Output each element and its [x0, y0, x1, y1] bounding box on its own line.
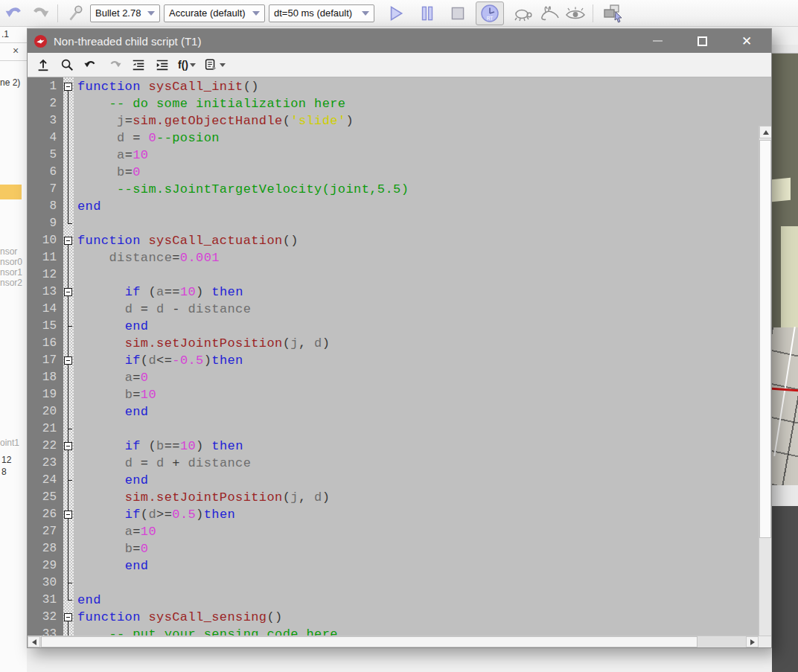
- slow-down-button[interactable]: [512, 2, 534, 25]
- editor-redo-button[interactable]: [105, 55, 124, 74]
- indent-button[interactable]: [153, 55, 172, 74]
- scene-3d-view[interactable]: [772, 27, 798, 672]
- line-number: 3: [28, 112, 63, 129]
- script-menu-button[interactable]: [202, 55, 227, 74]
- hierarchy-item-fragment[interactable]: nsor0: [0, 257, 22, 267]
- timestep-dropdown[interactable]: dt=50 ms (default): [269, 4, 374, 22]
- code-line[interactable]: 22 if (b==10) then: [28, 438, 759, 455]
- code-line[interactable]: 5 a=10: [28, 147, 759, 164]
- undo-button[interactable]: [3, 2, 25, 25]
- line-number: 16: [28, 335, 63, 352]
- code-line[interactable]: 23 d = d + distance: [28, 455, 759, 472]
- fold-marker[interactable]: [63, 609, 74, 626]
- code-text: [74, 420, 77, 438]
- functions-menu-button[interactable]: f(): [176, 55, 197, 74]
- start-simulation-button[interactable]: [384, 2, 406, 25]
- code-line[interactable]: 6 b=0: [28, 164, 759, 181]
- chevron-down-icon: [220, 63, 226, 67]
- code-line[interactable]: 11 distance=0.001: [28, 249, 759, 266]
- scroll-up-button[interactable]: [759, 126, 771, 138]
- code-line[interactable]: 7 --sim.sJointTargetVelocity(joint,5.5): [28, 181, 759, 198]
- fold-marker: [63, 420, 74, 438]
- fold-marker[interactable]: [63, 352, 74, 369]
- arrow-up-icon: [763, 130, 769, 135]
- code-line[interactable]: 10function sysCall_actuation(): [28, 232, 759, 249]
- hierarchy-item-fragment[interactable]: oint1: [0, 438, 19, 448]
- code-line[interactable]: 29 end: [28, 557, 759, 575]
- unindent-button[interactable]: [129, 55, 148, 74]
- fold-marker: [63, 557, 74, 575]
- code-line[interactable]: 15 end: [28, 318, 759, 335]
- line-number: 24: [28, 472, 63, 489]
- real-time-mode-toggle[interactable]: RT: [476, 1, 504, 25]
- script-editor-dialog: Non-threaded child script (T1) ✕: [27, 28, 772, 648]
- pin-button[interactable]: [64, 2, 86, 25]
- hierarchy-item-fragment[interactable]: 8: [1, 467, 7, 477]
- minimize-button[interactable]: [641, 29, 674, 53]
- fold-marker: [63, 147, 74, 164]
- visualization-toggle-button[interactable]: [564, 2, 587, 25]
- code-line[interactable]: 8end: [28, 198, 759, 215]
- code-line[interactable]: 31end: [28, 592, 759, 609]
- speed-up-button[interactable]: [538, 2, 561, 25]
- code-text: distance=0.001: [74, 249, 220, 266]
- physics-engine-dropdown[interactable]: Bullet 2.78: [90, 4, 160, 22]
- code-line[interactable]: 26 if(d>=0.5)then: [28, 506, 759, 523]
- scene-view-top-edge: [772, 45, 798, 54]
- scroll-left-button[interactable]: [28, 636, 40, 647]
- fold-marker[interactable]: [63, 506, 74, 523]
- maximize-button[interactable]: [686, 29, 718, 53]
- redo-button[interactable]: [29, 2, 51, 25]
- fold-marker: [63, 198, 74, 215]
- code-line[interactable]: 3 j=sim.getObjectHandle('slide'): [28, 112, 759, 129]
- code-line[interactable]: 21: [28, 420, 759, 438]
- horizontal-scrollbar-thumb[interactable]: [41, 636, 698, 647]
- hierarchy-item-fragment[interactable]: 12: [1, 455, 11, 465]
- code-line[interactable]: 28 b=0: [28, 540, 759, 557]
- indent-icon: [155, 57, 170, 72]
- line-number: 7: [28, 181, 63, 198]
- code-line[interactable]: 19 b=10: [28, 386, 759, 403]
- code-line[interactable]: 25 sim.setJointPosition(j, d): [28, 489, 759, 506]
- search-button[interactable]: [57, 55, 77, 74]
- code-line[interactable]: 9: [28, 215, 759, 232]
- code-line[interactable]: 14 d = d - distance: [28, 301, 759, 318]
- fold-marker[interactable]: [63, 438, 74, 455]
- close-icon[interactable]: ×: [13, 45, 19, 57]
- fold-marker[interactable]: [63, 232, 74, 249]
- code-editor[interactable]: 1function sysCall_init()2 -- do some ini…: [28, 77, 771, 637]
- code-line[interactable]: 13 if (a==10) then: [28, 284, 759, 301]
- horizontal-scrollbar[interactable]: [28, 636, 771, 647]
- code-line[interactable]: 24 end: [28, 472, 759, 489]
- code-line[interactable]: 2 -- do some initialization here: [28, 95, 759, 112]
- accuracy-dropdown[interactable]: Accurate (default): [164, 4, 265, 22]
- page-selector-button[interactable]: [599, 2, 626, 25]
- hierarchy-item-fragment[interactable]: nsor1: [0, 267, 22, 278]
- pause-simulation-button[interactable]: [416, 2, 438, 25]
- close-button[interactable]: ✕: [730, 29, 763, 53]
- code-line[interactable]: 30: [28, 575, 759, 592]
- line-number: 27: [28, 523, 63, 540]
- line-number: 31: [28, 592, 63, 609]
- code-line[interactable]: 1function sysCall_init(): [28, 78, 759, 95]
- scroll-right-button[interactable]: [746, 636, 759, 647]
- code-line[interactable]: 4 d = 0--posion: [28, 129, 759, 147]
- timestep-value: dt=50 ms (default): [274, 7, 352, 19]
- code-line[interactable]: 17 if(d<=-0.5)then: [28, 352, 759, 369]
- fold-marker[interactable]: [63, 284, 74, 301]
- editor-undo-button[interactable]: [81, 55, 100, 74]
- vertical-scrollbar[interactable]: [759, 126, 771, 637]
- code-line[interactable]: 18 a=0: [28, 369, 759, 386]
- code-line[interactable]: 20 end: [28, 403, 759, 420]
- fold-marker[interactable]: [63, 78, 74, 95]
- code-line[interactable]: 12: [28, 266, 759, 284]
- vertical-scrollbar-thumb[interactable]: [759, 140, 771, 538]
- apply-script-button[interactable]: [33, 55, 53, 74]
- code-line[interactable]: 32function sysCall_sensing(): [28, 609, 759, 626]
- code-line[interactable]: 27 a=10: [28, 523, 759, 540]
- stop-simulation-button[interactable]: [447, 2, 469, 25]
- code-line[interactable]: 16 sim.setJointPosition(j, d): [28, 335, 759, 352]
- hierarchy-item-fragment[interactable]: nsor: [0, 246, 17, 257]
- hierarchy-item-fragment[interactable]: nsor2: [0, 278, 22, 288]
- code-text: function sysCall_actuation(): [74, 232, 299, 249]
